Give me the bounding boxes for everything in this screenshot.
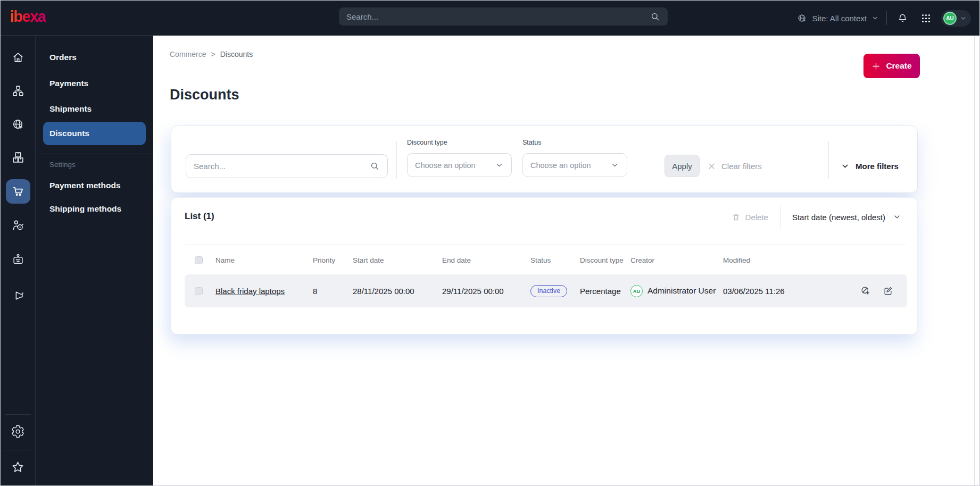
chevron-down-icon — [960, 15, 967, 22]
cart-icon — [11, 185, 25, 198]
plus-icon — [871, 62, 881, 71]
user-menu[interactable]: AU — [941, 10, 971, 27]
ibexa-logo: ibexa — [10, 8, 46, 26]
search-icon — [370, 161, 380, 171]
menu-item-orders[interactable]: Orders — [49, 53, 77, 62]
table-header: Name Priority Start date End date Status… — [185, 248, 907, 272]
star-icon[interactable] — [11, 460, 25, 474]
row-checkbox[interactable] — [195, 287, 203, 295]
create-button[interactable]: Create — [863, 54, 920, 78]
badge-icon[interactable] — [11, 253, 25, 267]
avatar: AU — [943, 12, 957, 25]
rail-divider — [5, 450, 31, 450]
filter-search — [186, 154, 388, 178]
filter-search-input[interactable] — [194, 162, 370, 171]
row-discount-type: Percentage — [580, 287, 630, 296]
deactivate-icon[interactable] — [860, 286, 871, 296]
discount-name-link[interactable]: Black friday laptops — [215, 287, 285, 296]
filter-divider — [396, 141, 397, 179]
select-all-checkbox[interactable] — [195, 256, 203, 264]
col-header-priority: Priority — [313, 256, 353, 264]
menu-item-shipping-methods[interactable]: Shipping methods — [49, 204, 121, 214]
filters-card: Discount type Choose an option Status Ch… — [171, 125, 918, 193]
filter-divider — [828, 141, 829, 179]
delete-button[interactable]: Delete — [732, 213, 768, 222]
more-filters-label: More filters — [856, 162, 899, 171]
clear-filters-label: Clear filters — [721, 162, 762, 171]
menu-item-payment-methods[interactable]: Payment methods — [49, 181, 121, 190]
globe-cursor-icon[interactable] — [11, 118, 25, 132]
more-filters-button[interactable]: More filters — [841, 155, 899, 177]
menu-divider — [36, 154, 153, 154]
creator-avatar: AU — [630, 285, 643, 297]
gear-icon[interactable] — [11, 424, 25, 439]
table-row: Black friday laptops 8 28/11/2025 00:00 … — [185, 274, 907, 307]
app-window: ibexa Site: All context — [0, 0, 980, 486]
menu-item-discounts-active[interactable]: Discounts — [43, 122, 146, 145]
create-button-label: Create — [886, 61, 911, 71]
rail-divider — [5, 414, 31, 415]
col-header-creator: Creator — [630, 256, 723, 264]
primary-sidebar — [1, 36, 36, 485]
col-header-start-date: Start date — [353, 256, 442, 264]
row-priority: 8 — [313, 287, 353, 296]
topbar-right-cluster: Site: All context AU — [797, 1, 971, 36]
notifications-bell-icon[interactable] — [894, 10, 910, 26]
status-value: Choose an option — [530, 161, 591, 170]
app-grid-icon[interactable] — [918, 10, 934, 26]
list-toolbar: Delete Start date (newest, oldest) — [732, 205, 901, 229]
chevron-down-icon — [495, 161, 504, 170]
top-bar: ibexa Site: All context — [1, 1, 979, 36]
col-header-name: Name — [215, 256, 313, 264]
apply-button[interactable]: Apply — [665, 155, 700, 177]
col-header-end-date: End date — [442, 256, 530, 264]
discount-type-value: Choose an option — [415, 161, 476, 170]
discount-type-select[interactable]: Choose an option — [407, 153, 512, 177]
commerce-menu: Orders Payments Shipments Discounts Sett… — [36, 36, 153, 485]
row-start-date: 28/11/2025 00:00 — [353, 287, 442, 296]
site-context-label: Site: All context — [812, 14, 867, 23]
global-search-input[interactable] — [346, 12, 650, 21]
close-icon — [708, 162, 716, 170]
menu-item-discounts-label: Discounts — [49, 129, 89, 138]
global-search — [339, 7, 668, 26]
breadcrumb-separator: > — [211, 50, 215, 58]
discount-type-label: Discount type — [407, 139, 447, 146]
chevron-down-icon — [871, 14, 879, 22]
cart-icon-active[interactable] — [6, 179, 30, 204]
globe-site-icon — [797, 13, 807, 23]
sort-dropdown[interactable]: Start date (newest, oldest) — [792, 213, 901, 222]
col-header-discount-type: Discount type — [580, 256, 630, 264]
trash-icon — [732, 213, 741, 222]
menu-item-payments[interactable]: Payments — [49, 79, 88, 88]
delete-button-label: Delete — [745, 213, 768, 222]
col-header-status: Status — [530, 256, 580, 264]
row-modified: 03/06/2025 11:26 — [723, 287, 839, 296]
breadcrumb-commerce[interactable]: Commerce — [170, 50, 206, 58]
person-target-icon[interactable] — [11, 219, 25, 233]
list-card: List (1) Delete Start date (newest, olde… — [171, 197, 918, 334]
menu-item-shipments[interactable]: Shipments — [49, 104, 92, 114]
page-title: Discounts — [170, 87, 239, 103]
status-select[interactable]: Choose an option — [522, 153, 627, 177]
menu-section-settings: Settings — [49, 161, 76, 169]
breadcrumb-discounts: Discounts — [220, 50, 253, 58]
sort-dropdown-label: Start date (newest, oldest) — [792, 213, 885, 222]
edit-icon[interactable] — [883, 286, 893, 296]
home-icon[interactable] — [11, 51, 25, 65]
creator-name: Administrator User — [647, 286, 716, 296]
clear-filters-button[interactable]: Clear filters — [708, 155, 762, 177]
table-top-border — [185, 245, 906, 245]
megaphone-icon[interactable] — [11, 289, 25, 303]
boxes-icon[interactable] — [11, 150, 25, 165]
toolbar-divider — [780, 205, 780, 229]
topbar-divider — [886, 11, 887, 25]
sitemap-icon[interactable] — [11, 84, 25, 98]
status-badge: Inactive — [530, 285, 567, 297]
main-content: Commerce > Discounts Create Discounts Di… — [153, 36, 979, 485]
chevron-down-icon — [893, 213, 901, 221]
row-actions — [839, 286, 907, 296]
chevron-down-icon — [610, 161, 619, 170]
site-context-selector[interactable]: Site: All context — [797, 13, 879, 23]
breadcrumb: Commerce > Discounts — [170, 50, 253, 58]
